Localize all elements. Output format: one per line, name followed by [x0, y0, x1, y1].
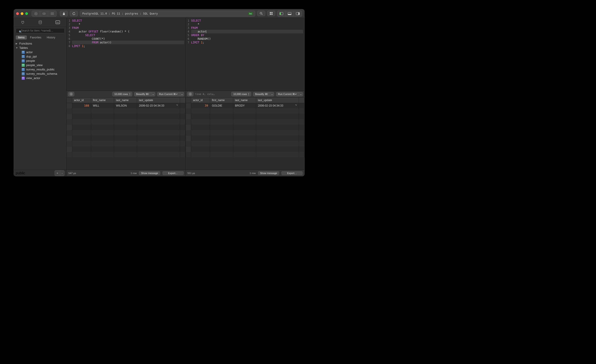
- tree-table-survey_results_schema[interactable]: survey_results_schema: [14, 72, 66, 76]
- cell[interactable]: [91, 108, 114, 114]
- table-row[interactable]: 39GOLDIEBRODY2006-02-15 04:34:33⇅: [186, 103, 304, 108]
- cell[interactable]: [137, 147, 180, 152]
- minimize-window[interactable]: [21, 12, 23, 15]
- cell[interactable]: [191, 152, 210, 157]
- beautify-button[interactable]: Beautify ⌘I: [134, 92, 151, 96]
- cell[interactable]: [114, 114, 137, 119]
- mode-database-icon[interactable]: [33, 19, 47, 25]
- toggle-bottom-panel[interactable]: [285, 11, 294, 16]
- cell[interactable]: [91, 130, 114, 136]
- tree-table-people[interactable]: people: [14, 59, 66, 63]
- cell[interactable]: [233, 108, 256, 114]
- zoom-window[interactable]: [25, 12, 28, 15]
- cell[interactable]: [137, 114, 180, 119]
- beautify-menu[interactable]: ⌄: [270, 92, 274, 96]
- cell[interactable]: [137, 108, 180, 114]
- cell[interactable]: [210, 152, 233, 157]
- toggle-right-panel[interactable]: [294, 11, 302, 16]
- cell[interactable]: [114, 147, 137, 152]
- cell[interactable]: [210, 114, 233, 119]
- table-row[interactable]: [67, 125, 185, 130]
- table-row[interactable]: [67, 114, 185, 119]
- table-row[interactable]: [67, 136, 185, 141]
- sql-editor[interactable]: 12345678SELECT *FROM actor OFFSET floor(…: [67, 18, 186, 91]
- cell[interactable]: [210, 125, 233, 130]
- tree-table-view_actor[interactable]: view_actor: [14, 76, 66, 80]
- cell[interactable]: [72, 152, 91, 157]
- rows-limit-selector[interactable]: 10,000 rows▴▾: [231, 92, 251, 96]
- beautify-menu[interactable]: ⌄: [151, 92, 155, 96]
- cell[interactable]: [256, 136, 299, 141]
- cell[interactable]: 2006-02-15 04:34:33⇅: [256, 103, 299, 108]
- tree-table-people_view[interactable]: people_view: [14, 63, 66, 67]
- tab-history[interactable]: History: [45, 36, 58, 39]
- cell[interactable]: [233, 147, 256, 152]
- preview-button[interactable]: [40, 11, 48, 16]
- table-row[interactable]: [67, 108, 185, 114]
- cell[interactable]: [91, 141, 114, 147]
- cell[interactable]: [210, 147, 233, 152]
- tree-table-survey_results_public[interactable]: survey_results_public: [14, 67, 66, 72]
- lock-button[interactable]: [60, 11, 68, 16]
- cell[interactable]: [256, 114, 299, 119]
- cell[interactable]: [256, 108, 299, 114]
- cell[interactable]: [256, 152, 299, 157]
- settings-button[interactable]: [68, 92, 74, 96]
- tree-functions[interactable]: ▶ Functions: [14, 41, 66, 46]
- col-last_name[interactable]: last_name: [233, 97, 256, 103]
- mode-sql-icon[interactable]: SQL: [51, 19, 65, 25]
- col-last_name[interactable]: last_name: [114, 97, 137, 103]
- refresh-button[interactable]: [70, 11, 78, 16]
- cell[interactable]: [114, 125, 137, 130]
- cell[interactable]: 39: [191, 103, 210, 108]
- cell[interactable]: [191, 130, 210, 136]
- cell[interactable]: [137, 119, 180, 125]
- rows-limit-selector[interactable]: 10,000 rows▴▾: [112, 92, 132, 96]
- results-grid[interactable]: actor_idfirst_namelast_namelast_update39…: [186, 97, 305, 170]
- cell[interactable]: [91, 114, 114, 119]
- cell[interactable]: WILSON: [114, 103, 137, 108]
- cell[interactable]: [72, 125, 91, 130]
- cell[interactable]: [72, 114, 91, 119]
- cell[interactable]: [210, 130, 233, 136]
- results-grid[interactable]: actor_idfirst_namelast_namelast_update16…: [67, 97, 186, 170]
- cell[interactable]: BRODY: [233, 103, 256, 108]
- toggle-left-panel[interactable]: [277, 11, 285, 16]
- tree-table-dup_ppl[interactable]: dup_ppl: [14, 54, 66, 59]
- run-button[interactable]: Run Current ⌘↩: [276, 92, 299, 96]
- cell[interactable]: [91, 136, 114, 141]
- cell[interactable]: [210, 119, 233, 125]
- beautify-button[interactable]: Beautify ⌘I: [253, 92, 270, 96]
- cell[interactable]: [114, 108, 137, 114]
- cell[interactable]: [191, 114, 210, 119]
- cell[interactable]: [233, 119, 256, 125]
- cell[interactable]: [137, 136, 180, 141]
- tab-favorites[interactable]: Favorites: [28, 36, 43, 39]
- table-row[interactable]: [186, 130, 304, 136]
- tree-tables[interactable]: ▼ Tables: [14, 46, 66, 50]
- cell[interactable]: [233, 130, 256, 136]
- search-input[interactable]: [16, 28, 65, 33]
- cell[interactable]: [72, 136, 91, 141]
- cell[interactable]: [256, 147, 299, 152]
- cell[interactable]: [91, 125, 114, 130]
- run-menu[interactable]: ⌄: [180, 92, 184, 96]
- table-row[interactable]: [186, 147, 304, 152]
- cell[interactable]: [191, 125, 210, 130]
- list-button[interactable]: [48, 11, 56, 16]
- cell[interactable]: [191, 108, 210, 114]
- run-button[interactable]: Run Current ⌘↩: [157, 92, 180, 96]
- cell[interactable]: [191, 136, 210, 141]
- cell[interactable]: [137, 125, 180, 130]
- cell[interactable]: [256, 130, 299, 136]
- cell[interactable]: 168: [72, 103, 91, 108]
- cell[interactable]: [137, 130, 180, 136]
- add-button[interactable]: ＋: [55, 171, 60, 176]
- cell[interactable]: [233, 125, 256, 130]
- export-button[interactable]: Export…: [163, 171, 184, 175]
- cell[interactable]: [91, 152, 114, 157]
- col-first_name[interactable]: first_name: [210, 97, 233, 103]
- table-row[interactable]: [67, 152, 185, 157]
- cell[interactable]: [233, 136, 256, 141]
- cell[interactable]: [114, 136, 137, 141]
